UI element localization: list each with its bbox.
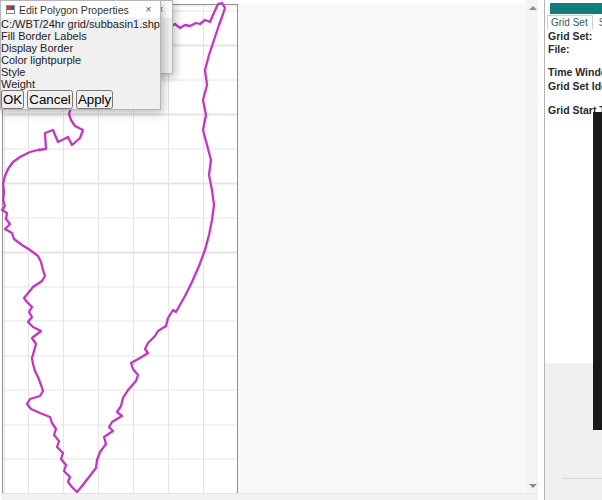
grid-set-panel: Grid Set Singl Grid Set: File: Time Wind…	[544, 0, 602, 500]
grid-set-label: Grid Set:	[548, 30, 592, 42]
tab-border[interactable]: Border	[18, 30, 51, 42]
display-border-label[interactable]: Display Border	[1, 42, 73, 54]
shapefile-path: C:/WBT/24hr grid/subbasin1.shp	[1, 18, 160, 30]
edit-polygon-properties-dialog: Edit Polygon Properties × C:/WBT/24hr gr…	[0, 0, 161, 110]
map-vertical-scrollbar[interactable]	[526, 0, 538, 493]
map-horizontal-scrollbar[interactable]	[2, 493, 538, 500]
file-label: File:	[548, 43, 570, 55]
scroll-down-icon[interactable]	[529, 484, 537, 488]
grid-set-ident-label: Grid Set Identi	[548, 80, 602, 92]
tab-labels[interactable]: Labels	[54, 30, 86, 42]
ok-button[interactable]: OK	[1, 90, 24, 109]
panel-header-bar	[550, 3, 602, 14]
panel-separator	[562, 478, 602, 479]
cancel-button[interactable]: Cancel	[27, 90, 73, 109]
time-window-label: Time Window	[548, 66, 602, 78]
weight-label: Weight	[1, 78, 35, 90]
scroll-up-icon[interactable]	[529, 6, 537, 10]
color-value: lightpurple	[30, 54, 81, 66]
color-row: Color lightpurple	[1, 54, 153, 66]
color-label: Color	[1, 54, 27, 66]
polygon-properties-titlebar[interactable]: Edit Polygon Properties ×	[1, 1, 160, 18]
dialog-title: Edit Polygon Properties	[19, 4, 138, 16]
apply-button[interactable]: Apply	[76, 90, 113, 109]
close-icon[interactable]: ×	[142, 2, 155, 17]
properties-tab-row: Fill Border Labels	[1, 30, 160, 42]
panel-tab-row: Grid Set Singl	[547, 15, 602, 29]
style-label: Style	[1, 66, 25, 78]
color-combobox[interactable]: lightpurple	[30, 54, 81, 66]
style-row: Style	[1, 66, 153, 78]
panel-dark-strip	[593, 112, 602, 430]
display-border-row: Display Border	[1, 42, 160, 54]
tab-grid-set[interactable]: Grid Set	[547, 15, 593, 30]
app-icon	[6, 5, 15, 14]
weight-row: Weight	[1, 78, 153, 90]
tab-single[interactable]: Singl	[596, 16, 602, 29]
app-window: Grid Set Singl Grid Set: File: Time Wind…	[0, 0, 602, 500]
tab-fill[interactable]: Fill	[1, 30, 15, 42]
map-background	[238, 4, 526, 493]
